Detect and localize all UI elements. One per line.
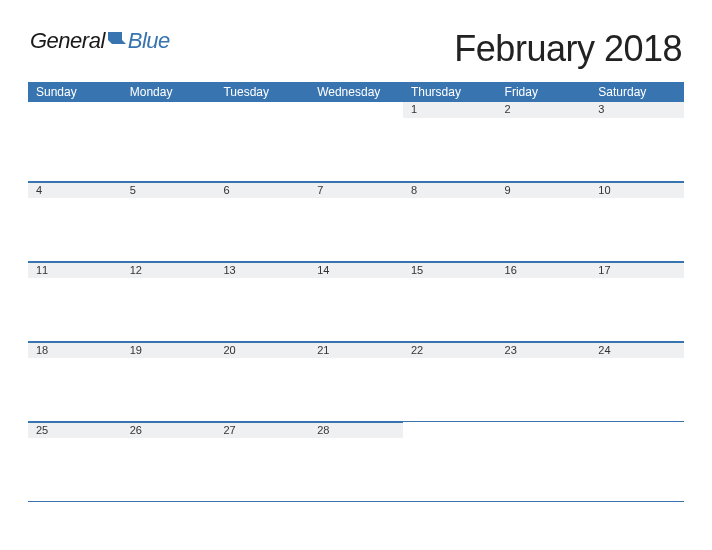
day-cell: 14: [309, 262, 403, 341]
day-body: [215, 438, 309, 501]
date-number: 1: [403, 102, 497, 118]
day-cell: [590, 422, 684, 501]
day-body: [590, 438, 684, 501]
day-cell: 3: [590, 102, 684, 181]
day-cell: 11: [28, 262, 122, 341]
date-number: 2: [497, 102, 591, 118]
day-cell: 21: [309, 342, 403, 421]
day-cell: [497, 422, 591, 501]
day-cell: 24: [590, 342, 684, 421]
day-cell: 19: [122, 342, 216, 421]
page-title: February 2018: [454, 28, 682, 70]
day-body: [215, 358, 309, 421]
day-body: [122, 358, 216, 421]
day-cell: [215, 102, 309, 181]
week-row: 123: [28, 102, 684, 182]
date-number: 9: [497, 182, 591, 198]
date-number: 18: [28, 342, 122, 358]
day-body: [28, 278, 122, 341]
date-number: [403, 422, 497, 438]
date-number: 6: [215, 182, 309, 198]
logo: General Blue: [30, 28, 170, 54]
day-body: [215, 278, 309, 341]
week-row: 25262728: [28, 422, 684, 502]
date-number: 13: [215, 262, 309, 278]
day-body: [497, 118, 591, 181]
dow-monday: Monday: [122, 85, 216, 99]
week-row: 11121314151617: [28, 262, 684, 342]
day-body: [309, 118, 403, 181]
day-cell: [28, 102, 122, 181]
day-body: [122, 438, 216, 501]
day-body: [403, 118, 497, 181]
date-number: 25: [28, 422, 122, 438]
day-cell: 12: [122, 262, 216, 341]
date-number: 11: [28, 262, 122, 278]
day-cell: 2: [497, 102, 591, 181]
day-cell: 9: [497, 182, 591, 261]
day-body: [403, 358, 497, 421]
day-body: [590, 198, 684, 261]
day-body: [403, 438, 497, 501]
day-cell: 28: [309, 422, 403, 501]
day-body: [403, 198, 497, 261]
day-cell: 17: [590, 262, 684, 341]
date-number: [590, 422, 684, 438]
date-number: 21: [309, 342, 403, 358]
header: General Blue February 2018: [0, 0, 712, 82]
date-number: 17: [590, 262, 684, 278]
day-of-week-header: Sunday Monday Tuesday Wednesday Thursday…: [28, 82, 684, 102]
date-number: 20: [215, 342, 309, 358]
day-cell: 18: [28, 342, 122, 421]
date-number: [28, 102, 122, 118]
day-cell: 25: [28, 422, 122, 501]
date-number: 28: [309, 422, 403, 438]
day-cell: 23: [497, 342, 591, 421]
day-cell: 22: [403, 342, 497, 421]
date-number: 12: [122, 262, 216, 278]
date-number: 7: [309, 182, 403, 198]
logo-flag-icon: [108, 28, 126, 54]
day-cell: 8: [403, 182, 497, 261]
day-body: [590, 358, 684, 421]
day-body: [215, 118, 309, 181]
day-body: [309, 278, 403, 341]
day-cell: 27: [215, 422, 309, 501]
day-body: [497, 278, 591, 341]
dow-wednesday: Wednesday: [309, 85, 403, 99]
day-cell: 20: [215, 342, 309, 421]
date-number: 26: [122, 422, 216, 438]
date-number: 23: [497, 342, 591, 358]
day-body: [309, 358, 403, 421]
date-number: [309, 102, 403, 118]
day-cell: 5: [122, 182, 216, 261]
day-cell: 10: [590, 182, 684, 261]
day-cell: 6: [215, 182, 309, 261]
dow-friday: Friday: [497, 85, 591, 99]
day-cell: 16: [497, 262, 591, 341]
day-cell: 13: [215, 262, 309, 341]
date-number: 5: [122, 182, 216, 198]
day-body: [497, 438, 591, 501]
day-body: [122, 118, 216, 181]
day-body: [497, 358, 591, 421]
week-row: 45678910: [28, 182, 684, 262]
weeks-container: 1234567891011121314151617181920212223242…: [28, 102, 684, 502]
day-cell: 15: [403, 262, 497, 341]
date-number: 3: [590, 102, 684, 118]
day-body: [497, 198, 591, 261]
day-body: [28, 118, 122, 181]
day-body: [309, 438, 403, 501]
day-body: [28, 358, 122, 421]
day-cell: [309, 102, 403, 181]
week-row: 18192021222324: [28, 342, 684, 422]
dow-saturday: Saturday: [590, 85, 684, 99]
day-body: [28, 438, 122, 501]
day-body: [28, 198, 122, 261]
date-number: 22: [403, 342, 497, 358]
dow-sunday: Sunday: [28, 85, 122, 99]
day-body: [215, 198, 309, 261]
dow-tuesday: Tuesday: [215, 85, 309, 99]
day-cell: 7: [309, 182, 403, 261]
date-number: 10: [590, 182, 684, 198]
